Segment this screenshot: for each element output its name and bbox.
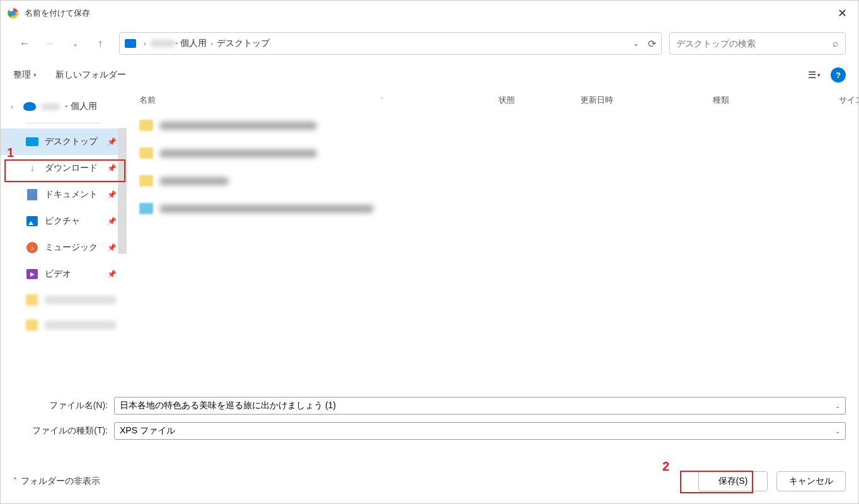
folder-icon bbox=[139, 120, 153, 131]
download-icon: ↓ bbox=[26, 163, 38, 174]
sidebar-scrollbar[interactable] bbox=[118, 128, 127, 254]
new-folder-button[interactable]: 新しいフォルダー bbox=[55, 69, 126, 81]
search-icon[interactable]: ⌕ bbox=[833, 38, 839, 49]
pin-icon[interactable]: 📌 bbox=[107, 217, 117, 226]
column-type[interactable]: 種類 bbox=[713, 94, 839, 106]
column-size[interactable]: サイズ bbox=[839, 94, 859, 106]
filename-value: 日本各地の特色ある美味を巡る旅に出かけましょう (1) bbox=[120, 400, 336, 411]
save-form: ファイル名(N): 日本各地の特色ある美味を巡る旅に出かけましょう (1) ⌄ … bbox=[1, 385, 858, 452]
column-date[interactable]: 更新日時 bbox=[580, 94, 713, 106]
filename-input[interactable]: 日本各地の特色ある美味を巡る旅に出かけましょう (1) ⌄ bbox=[114, 397, 846, 415]
breadcrumb-desktop[interactable]: デスクトップ bbox=[217, 38, 270, 49]
sidebar: › - 個人用 デスクトップ 📌 ↓ ダウンロード 📌 ドキュメント 📌 ピクチ… bbox=[1, 89, 127, 385]
organize-label: 整理 bbox=[13, 69, 31, 81]
onedrive-icon bbox=[23, 101, 36, 112]
chevron-right-icon: › bbox=[210, 40, 213, 47]
music-icon: ♪ bbox=[26, 242, 38, 253]
file-row[interactable] bbox=[127, 195, 859, 222]
nav-forward-button[interactable]: → bbox=[38, 32, 61, 55]
nav-recent-button[interactable]: ⌄ bbox=[64, 32, 86, 55]
cancel-button[interactable]: キャンセル bbox=[776, 471, 846, 491]
chrome-icon bbox=[7, 7, 20, 20]
sidebar-item-documents[interactable]: ドキュメント 📌 bbox=[1, 181, 127, 208]
pin-icon[interactable]: 📌 bbox=[107, 164, 117, 173]
column-state[interactable]: 状態 bbox=[499, 94, 580, 106]
refresh-icon[interactable]: ⟳ bbox=[648, 38, 656, 50]
sidebar-item-blurred[interactable] bbox=[1, 312, 127, 338]
folder-toggle-label: フォルダーの非表示 bbox=[21, 476, 100, 487]
pin-icon[interactable]: 📌 bbox=[107, 137, 117, 146]
blurred-filename bbox=[159, 149, 317, 158]
sidebar-item-downloads[interactable]: ↓ ダウンロード 📌 bbox=[1, 155, 127, 181]
filename-label: ファイル名(N): bbox=[13, 400, 114, 411]
sidebar-item-blurred[interactable] bbox=[1, 287, 127, 312]
blurred-text bbox=[41, 103, 60, 110]
file-icon bbox=[139, 203, 153, 214]
titlebar: 名前を付けて保存 ✕ bbox=[1, 1, 858, 26]
navbar: ← → ⌄ ↑ › - 個人用 › デスクトップ ⌄ ⟳ ⌕ bbox=[1, 26, 858, 61]
column-headers: 名前 ˄ 状態 更新日時 種類 サイズ bbox=[127, 89, 859, 112]
address-dropdown-icon[interactable]: ⌄ bbox=[633, 39, 639, 48]
filetype-label: ファイルの種類(T): bbox=[13, 425, 114, 437]
nav-back-button[interactable]: ← bbox=[13, 32, 36, 55]
tree-personal[interactable]: › - 個人用 bbox=[1, 95, 127, 118]
chevron-right-icon: › bbox=[144, 40, 146, 47]
sort-indicator-icon: ˄ bbox=[379, 97, 385, 103]
organize-button[interactable]: 整理 ▾ bbox=[13, 69, 37, 81]
folder-icon bbox=[139, 147, 153, 159]
document-icon bbox=[26, 189, 38, 200]
filetype-select[interactable]: XPS ファイル ⌄ bbox=[114, 422, 846, 440]
save-button[interactable]: 保存(S) bbox=[698, 471, 768, 491]
file-row[interactable] bbox=[127, 139, 859, 167]
column-name[interactable]: 名前 bbox=[127, 94, 379, 106]
file-list: 名前 ˄ 状態 更新日時 種類 サイズ bbox=[127, 89, 859, 385]
filetype-value: XPS ファイル bbox=[120, 425, 175, 437]
breadcrumb-blurred bbox=[150, 40, 175, 47]
folder-toggle-button[interactable]: ˄ フォルダーの非表示 bbox=[13, 476, 100, 487]
help-icon[interactable]: ? bbox=[831, 67, 846, 83]
video-icon: ▶ bbox=[26, 268, 38, 280]
file-row[interactable] bbox=[127, 112, 859, 139]
desktop-icon bbox=[26, 136, 38, 147]
nav-up-button[interactable]: ↑ bbox=[89, 32, 112, 55]
sidebar-item-music[interactable]: ♪ ミュージック 📌 bbox=[1, 234, 127, 261]
chevron-down-icon: ▾ bbox=[33, 72, 37, 78]
toolbar: 整理 ▾ 新しいフォルダー ☰ ▾ ? bbox=[1, 61, 858, 89]
blurred-filename bbox=[159, 177, 229, 185]
main-area: › - 個人用 デスクトップ 📌 ↓ ダウンロード 📌 ドキュメント 📌 ピクチ… bbox=[1, 89, 858, 385]
sidebar-label: ダウンロード bbox=[45, 163, 98, 174]
chevron-down-icon[interactable]: ⌄ bbox=[835, 403, 840, 410]
view-options-button[interactable]: ☰ ▾ bbox=[808, 69, 821, 81]
blurred-filename bbox=[159, 122, 317, 130]
address-bar[interactable]: › - 個人用 › デスクトップ ⌄ ⟳ bbox=[119, 32, 662, 55]
breadcrumb-personal[interactable]: - 個人用 bbox=[175, 38, 207, 49]
pin-icon[interactable]: 📌 bbox=[107, 243, 117, 252]
pc-icon bbox=[125, 39, 136, 48]
sidebar-item-pictures[interactable]: ピクチャ 📌 bbox=[1, 208, 127, 234]
footer: ˄ フォルダーの非表示 保存(S) キャンセル bbox=[1, 459, 858, 503]
chevron-down-icon[interactable]: ⌄ bbox=[835, 428, 840, 435]
sidebar-label: ピクチャ bbox=[45, 215, 80, 227]
sidebar-item-videos[interactable]: ▶ ビデオ 📌 bbox=[1, 261, 127, 287]
tree-personal-label: - 個人用 bbox=[65, 101, 97, 112]
search-box[interactable]: ⌕ bbox=[669, 32, 846, 55]
sidebar-divider bbox=[26, 123, 101, 123]
chevron-right-icon[interactable]: › bbox=[11, 103, 18, 110]
sidebar-label: ビデオ bbox=[45, 268, 71, 280]
search-input[interactable] bbox=[676, 38, 833, 49]
picture-icon bbox=[26, 215, 38, 227]
blurred-filename bbox=[159, 205, 374, 213]
folder-icon bbox=[139, 175, 153, 186]
close-icon[interactable]: ✕ bbox=[833, 6, 852, 20]
pin-icon[interactable]: 📌 bbox=[107, 190, 117, 199]
chevron-up-icon: ˄ bbox=[13, 477, 17, 486]
file-row[interactable] bbox=[127, 167, 859, 195]
sidebar-label: ミュージック bbox=[45, 242, 98, 253]
sidebar-item-desktop[interactable]: デスクトップ 📌 bbox=[1, 129, 127, 155]
window-title: 名前を付けて保存 bbox=[25, 8, 90, 19]
pin-icon[interactable]: 📌 bbox=[107, 270, 117, 278]
sidebar-label: ドキュメント bbox=[45, 189, 98, 200]
sidebar-label: デスクトップ bbox=[45, 136, 98, 147]
